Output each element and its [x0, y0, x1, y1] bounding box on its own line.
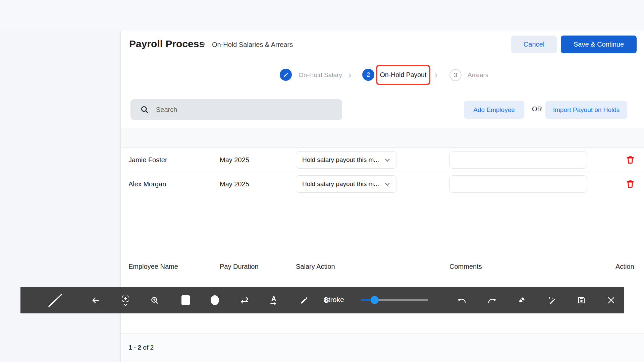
page-title: Payroll Process [129, 38, 205, 50]
redo-icon[interactable] [484, 287, 500, 313]
step-1-label[interactable]: On-Hold Salary [299, 71, 342, 79]
pencil-icon [283, 72, 289, 78]
ellipse-tool-icon[interactable] [207, 287, 223, 313]
text-tool-icon[interactable]: A [266, 287, 282, 313]
step-2-circle[interactable]: 2 [362, 69, 374, 81]
step-3-circle[interactable]: 3 [449, 69, 462, 81]
close-icon[interactable] [603, 287, 619, 313]
annotation-highlight-box: On-Hold Payout [376, 65, 430, 85]
line-tool-icon[interactable] [47, 287, 63, 313]
arrow-tool-icon[interactable] [236, 287, 253, 313]
zoom-plus-icon[interactable] [147, 287, 163, 313]
col-action: Action [615, 263, 634, 270]
stroke-slider[interactable] [361, 299, 428, 301]
stroke-label: Stroke [324, 296, 344, 304]
pay-duration: May 2025 [220, 156, 249, 164]
trash-icon[interactable] [625, 179, 635, 189]
pay-duration: May 2025 [220, 180, 249, 188]
pagination-bar [121, 334, 644, 362]
table-row: Alex Morgan May 2025 Hold salary payout … [121, 172, 644, 196]
save-continue-button[interactable]: Save & Continue [561, 36, 637, 53]
annotation-toolbar: A Stroke [20, 287, 624, 313]
chevron-right-icon: › [434, 69, 438, 80]
col-employee-name: Employee Name [128, 263, 178, 270]
rect-tool-icon[interactable] [177, 287, 194, 313]
breadcrumb: On-Hold Salaries & Arrears [212, 41, 293, 49]
cancel-button[interactable]: Cancel [511, 36, 557, 53]
step-3-label[interactable]: Arrears [468, 71, 488, 79]
arrow-left-icon[interactable] [88, 287, 104, 313]
employee-name: Jamie Foster [128, 156, 167, 164]
add-employee-button[interactable]: Add Employee [464, 101, 524, 119]
draw-tool-icon[interactable] [296, 287, 312, 313]
step-1-circle[interactable] [280, 69, 292, 81]
table-search [130, 99, 342, 120]
col-comments: Comments [449, 263, 482, 270]
comment-input[interactable] [449, 175, 587, 193]
breadcrumb-chevron-icon: › [202, 38, 206, 49]
header-divider [121, 56, 644, 56]
import-payout-button[interactable]: Import Payout on Holds [545, 101, 627, 119]
capture-region-icon[interactable] [117, 287, 133, 313]
magic-wand-icon[interactable] [543, 287, 559, 313]
or-separator: OR [527, 105, 547, 113]
pagination-count: 1 - 2 of 2 [128, 344, 154, 351]
search-input[interactable] [156, 106, 317, 114]
col-pay-duration: Pay Duration [220, 263, 259, 270]
search-icon [140, 105, 149, 114]
eraser-icon[interactable] [514, 287, 530, 313]
table-row: Jamie Foster May 2025 Hold salary payout… [121, 148, 644, 172]
chevron-down-icon [385, 158, 390, 162]
col-salary-action: Salary Action [296, 263, 335, 270]
stroke-slider-thumb[interactable] [371, 296, 379, 304]
top-bar [0, 0, 644, 31]
salary-action-select[interactable]: Hold salary payout this m... [296, 175, 396, 193]
trash-icon[interactable] [625, 155, 635, 165]
employee-name: Alex Morgan [128, 180, 166, 188]
comment-input[interactable] [449, 151, 587, 169]
chevron-down-icon [385, 182, 390, 186]
step-2-label[interactable]: On-Hold Payout [380, 71, 427, 79]
table-header: Employee Name Pay Duration Salary Action… [121, 128, 644, 148]
save-icon[interactable] [573, 287, 589, 313]
chevron-right-icon: › [348, 69, 352, 80]
salary-action-select[interactable]: Hold salary payout this m... [296, 151, 396, 169]
undo-icon[interactable] [454, 287, 470, 313]
